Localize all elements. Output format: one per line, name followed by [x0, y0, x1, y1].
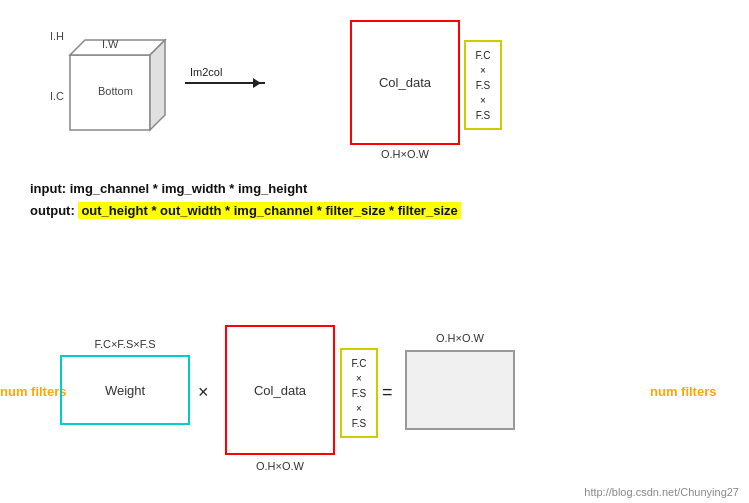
input-text: input: img_channel * img_width * img_hei… — [30, 178, 461, 200]
result-top-text: O.H×O.W — [436, 332, 484, 344]
col-data-box-bottom: Col_data — [225, 325, 335, 455]
svg-marker-2 — [150, 40, 165, 130]
svg-text:I.W: I.W — [102, 38, 119, 50]
weight-label-top: F.C×F.S×F.S — [60, 338, 190, 350]
weight-text: Weight — [105, 383, 145, 398]
output-highlighted: out_height * out_width * img_channel * f… — [78, 202, 460, 219]
fc-box-bottom: F.C×F.S×F.S — [340, 348, 378, 438]
result-label-top: O.H×O.W — [405, 332, 515, 344]
arrow-im2col — [185, 82, 265, 84]
top-diagram: I.H I.C I.W Bottom Im2col Col — [20, 10, 730, 170]
num-filters-right-label: num filters — [650, 384, 716, 399]
output-prefix-text: output: — [30, 203, 78, 218]
fc-box-top: F.C×F.S×F.S — [464, 40, 502, 130]
weight-box: Weight — [60, 355, 190, 425]
oh-ow-text-bottom: O.H×O.W — [256, 460, 304, 472]
output-text: output: out_height * out_width * img_cha… — [30, 200, 461, 222]
svg-text:Bottom: Bottom — [98, 85, 133, 97]
im2col-label: Im2col — [190, 66, 222, 78]
col-data-box-top: Col_data — [350, 20, 460, 145]
col-data-bottom-label-top: O.H×O.W — [350, 148, 460, 160]
col-data-bottom-label-bottom: O.H×O.W — [225, 460, 335, 472]
col-data-text-top: Col_data — [379, 75, 431, 90]
input-3d-box: I.W Bottom — [50, 30, 180, 144]
bottom-diagram: num filters F.C×F.S×F.S Weight × Col_dat… — [0, 300, 749, 500]
equals-symbol: = — [382, 382, 393, 403]
fc-text-bottom: F.C×F.S×F.S — [352, 356, 367, 431]
times-symbol: × — [198, 382, 209, 403]
num-filters-left-label: num filters — [0, 384, 66, 399]
weight-top-text: F.C×F.S×F.S — [94, 338, 155, 350]
watermark: http://blog.csdn.net/Chunying27 — [584, 486, 739, 498]
result-box — [405, 350, 515, 430]
fc-text-top: F.C×F.S×F.S — [476, 48, 491, 123]
col-data-text-bottom: Col_data — [254, 383, 306, 398]
input-line-text: input: img_channel * img_width * img_hei… — [30, 181, 307, 196]
oh-ow-text-top: O.H×O.W — [381, 148, 429, 160]
info-text-block: input: img_channel * img_width * img_hei… — [30, 178, 461, 222]
main-container: I.H I.C I.W Bottom Im2col Col — [0, 0, 749, 503]
watermark-text: http://blog.csdn.net/Chunying27 — [584, 486, 739, 498]
